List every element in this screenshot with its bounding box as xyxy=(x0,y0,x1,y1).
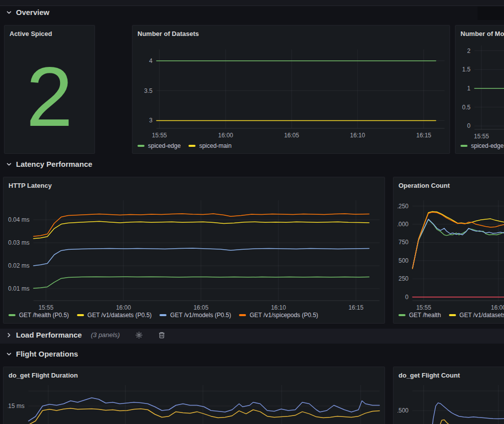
svg-text:15:55: 15:55 xyxy=(474,133,489,140)
legend-swatch xyxy=(188,145,196,147)
panel-do-get-flight-count: do_get Flight Count 150015:5516:00 xyxy=(393,367,504,424)
stat-value: 2 xyxy=(4,25,94,153)
svg-text:1000: 1000 xyxy=(398,221,408,228)
svg-text:15:55: 15:55 xyxy=(416,304,431,311)
panel-title[interactable]: Number of Datasets xyxy=(138,30,446,37)
svg-text:16:15: 16:15 xyxy=(416,132,432,139)
svg-text:16:10: 16:10 xyxy=(350,132,365,139)
legend-item[interactable]: spiced-edge xyxy=(138,142,180,149)
section-header-flight-operations[interactable]: Flight Operations xyxy=(6,350,78,358)
legend-swatch xyxy=(8,314,16,316)
svg-text:16:15: 16:15 xyxy=(348,304,364,311)
section-header-latency-performance[interactable]: Latency Performance xyxy=(6,160,92,168)
legend-label: GET /v1/models (P0.5) xyxy=(170,312,231,319)
operation-count-chart[interactable]: 02505007501000125015:5516:00 xyxy=(398,200,504,316)
svg-text:0.02 ms: 0.02 ms xyxy=(8,262,30,269)
datasets-legend: spiced-edgespiced-main xyxy=(138,142,232,149)
section-header-overview[interactable]: Overview xyxy=(6,8,50,16)
section-title: Latency Performance xyxy=(16,160,92,168)
svg-text:16:00: 16:00 xyxy=(491,304,504,311)
legend-swatch xyxy=(449,314,456,316)
svg-text:1.5: 1.5 xyxy=(462,66,470,73)
section-title: Load Performance xyxy=(16,331,82,339)
svg-text:750: 750 xyxy=(398,239,408,246)
svg-text:16:00: 16:00 xyxy=(218,132,233,139)
svg-text:0: 0 xyxy=(467,122,470,129)
legend-item[interactable]: GET /health xyxy=(398,312,441,319)
svg-text:0.03 ms: 0.03 ms xyxy=(8,239,30,246)
legend-label: spiced-main xyxy=(199,142,232,149)
panel-title[interactable]: Operation Count xyxy=(398,182,504,189)
svg-text:0.5: 0.5 xyxy=(462,104,470,111)
svg-text:0: 0 xyxy=(405,294,408,301)
flight-count-chart[interactable]: 150015:5516:00 xyxy=(398,385,504,424)
svg-text:16:10: 16:10 xyxy=(271,304,286,311)
top-right-cutoff-panel xyxy=(478,6,504,20)
legend-label: spiced-edge xyxy=(471,142,504,149)
legend-swatch xyxy=(398,314,406,316)
svg-text:250: 250 xyxy=(398,275,408,282)
svg-text:16:05: 16:05 xyxy=(284,132,299,139)
http-latency-legend: GET /health (P0.5)GET /v1/datasets (P0.5… xyxy=(8,312,318,319)
panel-number-of-datasets: Number of Datasets 33.5415:5516:0016:051… xyxy=(132,25,450,154)
legend-label: GET /health (P0.5) xyxy=(19,312,69,319)
svg-text:16:00: 16:00 xyxy=(116,304,131,311)
panel-title[interactable]: do_get Flight Count xyxy=(398,372,504,379)
svg-text:0.01 ms: 0.01 ms xyxy=(8,285,30,292)
flight-duration-chart[interactable]: 0.15 ms15:5516:0016:0516:1016:15 xyxy=(8,385,382,424)
svg-text:500: 500 xyxy=(398,257,408,264)
svg-text:3.5: 3.5 xyxy=(144,87,152,94)
legend-swatch xyxy=(460,145,468,147)
legend-label: GET /health xyxy=(409,312,441,319)
legend-item[interactable]: GET /v1/datasets (P0.5) xyxy=(77,312,152,319)
legend-swatch xyxy=(160,314,166,316)
svg-text:2: 2 xyxy=(467,47,470,54)
panel-title[interactable]: HTTP Latency xyxy=(8,182,382,189)
legend-item[interactable]: spiced-main xyxy=(188,142,232,149)
http-latency-chart[interactable]: 0.01 ms0.02 ms0.03 ms0.04 ms15:5516:0016… xyxy=(8,200,382,316)
legend-swatch xyxy=(239,314,246,316)
svg-text:3: 3 xyxy=(149,117,152,124)
chevron-down-icon xyxy=(6,351,12,357)
svg-text:1500: 1500 xyxy=(398,407,408,414)
svg-text:16:05: 16:05 xyxy=(194,304,208,311)
svg-text:1250: 1250 xyxy=(398,203,408,210)
panel-do-get-flight-duration: do_get Flight Duration 0.15 ms15:5516:00… xyxy=(3,367,385,424)
panel-http-latency: HTTP Latency 0.01 ms0.02 ms0.03 ms0.04 m… xyxy=(3,177,385,324)
legend-item[interactable]: GET /v1/models (P0.5) xyxy=(160,312,231,319)
legend-item[interactable]: GET /health (P0.5) xyxy=(8,312,69,319)
legend-label: GET /v1/spicepods (P0.5) xyxy=(250,312,318,319)
chevron-right-icon xyxy=(6,332,12,338)
trash-icon[interactable] xyxy=(158,331,166,339)
panel-title[interactable]: do_get Flight Duration xyxy=(8,372,382,379)
operation-count-legend: GET /healthGET /v1/datasetsGET /v1/model… xyxy=(398,312,504,319)
top-toolbar-edge xyxy=(0,0,504,6)
legend-item[interactable]: GET /v1/datasets xyxy=(449,312,504,319)
chevron-down-icon xyxy=(6,9,12,15)
panel-operation-count: Operation Count 02505007501000125015:551… xyxy=(393,177,504,324)
section-title: Overview xyxy=(16,8,50,16)
datasets-chart[interactable]: 33.5415:5516:0016:0516:1016:15 xyxy=(136,49,446,143)
models-legend: spiced-edge xyxy=(460,142,504,149)
legend-label: GET /v1/datasets xyxy=(460,312,504,319)
panel-active-spiced: Active Spiced 2 xyxy=(4,25,95,154)
legend-label: GET /v1/datasets (P0.5) xyxy=(88,312,152,319)
svg-text:1: 1 xyxy=(467,85,470,92)
panels-count-label: (3 panels) xyxy=(91,331,120,339)
svg-text:0.04 ms: 0.04 ms xyxy=(8,216,30,223)
chevron-down-icon xyxy=(6,161,12,167)
svg-text:0.15 ms: 0.15 ms xyxy=(8,403,24,410)
legend-item[interactable]: spiced-edge xyxy=(460,142,504,149)
legend-swatch xyxy=(138,145,144,147)
svg-text:15:55: 15:55 xyxy=(38,304,54,311)
legend-label: spiced-edge xyxy=(148,142,180,149)
panel-title[interactable]: Number of Models xyxy=(460,30,504,37)
panel-number-of-models: Number of Models 00.511.5215:5516:00 spi… xyxy=(455,25,504,154)
models-chart[interactable]: 00.511.5215:5516:00 xyxy=(460,45,504,144)
gear-icon[interactable] xyxy=(135,331,143,339)
section-header-load-performance[interactable]: Load Performance (3 panels) xyxy=(6,331,166,339)
svg-text:4: 4 xyxy=(149,57,152,64)
grafana-dashboard: Overview Active Spiced 2 Number of Datas… xyxy=(0,0,504,424)
legend-item[interactable]: GET /v1/spicepods (P0.5) xyxy=(239,312,318,319)
section-title: Flight Operations xyxy=(16,350,78,358)
